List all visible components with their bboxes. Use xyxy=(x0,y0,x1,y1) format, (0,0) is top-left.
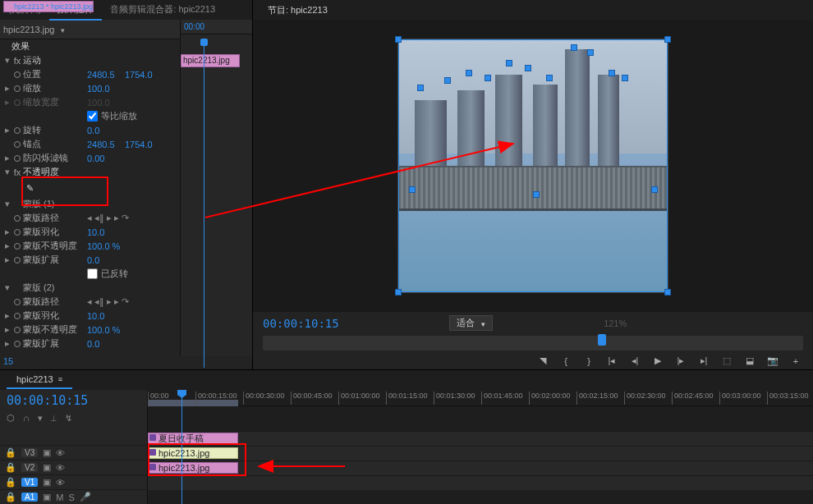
anchor-x[interactable]: 2480.5 xyxy=(87,140,125,149)
timeline-tracks-area[interactable]: 00:00 00:00:15:00 00:00:30:00 00:00:45:0… xyxy=(148,390,813,504)
effect-controls-panel: (无剪辑) 效果控件 音频剪辑混合器: hpic2213 hpic2213.jp… xyxy=(0,0,253,369)
export-frame-icon[interactable]: 📷 xyxy=(767,355,779,366)
program-monitor-panel: 节目: hpic2213 xyxy=(253,0,813,369)
scale-value[interactable]: 100.0 xyxy=(87,84,125,94)
toggle-output-icon[interactable]: ▣ xyxy=(43,477,51,488)
mask-handle[interactable] xyxy=(485,75,491,81)
mask-handle[interactable] xyxy=(622,75,628,81)
mini-playhead[interactable] xyxy=(204,39,204,368)
scale-label: 缩放 xyxy=(23,82,87,94)
go-in-icon[interactable]: |◂ xyxy=(606,355,618,366)
track-v2[interactable]: hpic2213.jpg xyxy=(148,446,813,460)
track-header-a1[interactable]: 🔒A1▣MS🎤 xyxy=(0,489,147,504)
mask-feather-value[interactable]: 10.0 xyxy=(87,227,125,237)
mask1-label[interactable]: 蒙版 (1) xyxy=(23,198,87,210)
mask-expand-value[interactable]: 0.0 xyxy=(87,255,125,265)
track-v3[interactable]: 夏日收手稿 xyxy=(148,431,813,446)
mask-handle[interactable] xyxy=(444,77,451,84)
mask-handle[interactable] xyxy=(533,191,540,198)
step-fwd-icon[interactable]: |▸ xyxy=(675,355,687,366)
lock-icon[interactable]: 🔒 xyxy=(5,462,16,473)
lock-icon[interactable]: 🔒 xyxy=(5,477,16,488)
eye-icon[interactable]: 👁 xyxy=(56,478,65,488)
toggle-output-icon[interactable]: ▣ xyxy=(43,462,51,473)
mask-handle[interactable] xyxy=(571,44,577,51)
source-master[interactable]: hpic2213.jpg xyxy=(3,25,54,34)
close-icon[interactable]: ≡ xyxy=(58,375,62,383)
mark-out-icon[interactable]: { xyxy=(560,356,572,366)
source-dropdown-icon[interactable] xyxy=(61,25,65,34)
play-icon[interactable]: ▶ xyxy=(652,355,664,366)
mic-icon[interactable]: 🎤 xyxy=(80,492,91,502)
inverted-label: 已反转 xyxy=(101,268,128,280)
mask-handle[interactable] xyxy=(409,186,416,193)
source-clip[interactable]: hpic2213 * hpic2213.jpg xyxy=(3,1,94,12)
eye-icon[interactable]: 👁 xyxy=(56,448,65,458)
effect-mini-timeline[interactable]: 00:00 hpic2213.jpg xyxy=(180,20,252,356)
pen-icon[interactable] xyxy=(23,183,34,194)
program-viewport[interactable] xyxy=(253,20,813,312)
motion-label[interactable]: 运动 xyxy=(23,54,87,66)
timeline-ruler[interactable]: 00:00 00:00:15:00 00:00:30:00 00:00:45:0… xyxy=(148,390,813,406)
mini-clip: hpic2213.jpg xyxy=(181,54,240,67)
inverted-checkbox[interactable] xyxy=(87,268,98,279)
toggle-output-icon[interactable]: ▣ xyxy=(43,447,51,458)
track-header-v1[interactable]: 🔒V1▣👁 xyxy=(0,474,147,489)
mask2-label[interactable]: 蒙版 (2) xyxy=(23,282,87,294)
clip-v2[interactable]: hpic2213.jpg xyxy=(148,447,238,459)
mask-opacity-value[interactable]: 100.0 % xyxy=(87,241,125,251)
mask-handle[interactable] xyxy=(587,49,594,56)
settings-icon[interactable]: + xyxy=(790,356,802,366)
tab-audio-mixer[interactable]: 音频剪辑混合器: hpic2213 xyxy=(102,0,223,21)
step-back-icon[interactable]: ◂| xyxy=(629,355,641,366)
uniform-scale-checkbox[interactable] xyxy=(87,111,98,121)
video-effects-label: 效果 xyxy=(11,40,76,53)
mark-out-icon[interactable]: } xyxy=(583,356,595,366)
position-x[interactable]: 2480.5 xyxy=(87,70,125,80)
extract-icon[interactable]: ⬓ xyxy=(744,355,756,366)
toggle-output-icon[interactable]: ▣ xyxy=(43,492,51,502)
mask-handle[interactable] xyxy=(525,65,531,71)
mask-handle[interactable] xyxy=(506,60,512,66)
anchor-y[interactable]: 1754.0 xyxy=(125,140,163,149)
track-v1[interactable]: hpic2213.jpg xyxy=(148,460,813,475)
rotation-value[interactable]: 0.0 xyxy=(87,126,125,135)
mask-feather2-value[interactable]: 10.0 xyxy=(87,311,125,321)
mask-handle[interactable] xyxy=(651,186,658,193)
timeline-timecode[interactable]: 00:00:10:15 xyxy=(0,390,147,411)
fit-dropdown[interactable]: 适合 xyxy=(449,315,493,331)
mark-in-icon[interactable]: ◥ xyxy=(537,355,549,366)
timeline-sequence-tab[interactable]: hpic2213≡ xyxy=(7,371,72,389)
program-timecode[interactable]: 00:00:10:15 xyxy=(263,317,339,330)
mask-handle[interactable] xyxy=(546,75,553,81)
program-scrubber[interactable] xyxy=(263,336,803,351)
opacity-label[interactable]: 不透明度 xyxy=(23,166,87,178)
mask-expand2-value[interactable]: 0.0 xyxy=(87,339,125,349)
mini-ruler[interactable]: 00:00 xyxy=(181,20,252,34)
mask-handle[interactable] xyxy=(609,70,615,76)
program-frame[interactable] xyxy=(397,39,668,293)
clip-v3[interactable]: 夏日收手稿 xyxy=(148,433,238,444)
lock-icon[interactable]: 🔒 xyxy=(5,492,16,502)
mask-opacity2-value[interactable]: 100.0 % xyxy=(87,325,125,335)
position-y[interactable]: 1754.0 xyxy=(125,70,163,80)
lock-icon[interactable]: 🔒 xyxy=(5,447,16,458)
marker-icon[interactable]: ▾ xyxy=(38,413,43,424)
track-header-v2[interactable]: 🔒V2▣👁 xyxy=(0,460,147,474)
mask-handle[interactable] xyxy=(417,85,424,91)
link-icon[interactable]: ∩ xyxy=(23,413,30,424)
lift-icon[interactable]: ⬚ xyxy=(721,355,733,366)
track-header-v3[interactable]: 🔒V3▣👁 xyxy=(0,445,147,460)
track-a1[interactable] xyxy=(148,475,813,490)
program-tab[interactable]: 节目: hpic2213 xyxy=(260,1,336,20)
clip-v1[interactable]: hpic2213.jpg xyxy=(148,462,238,474)
wrench-icon[interactable]: ↯ xyxy=(65,413,72,424)
snap-icon[interactable]: ⬡ xyxy=(7,413,15,424)
mask-handle[interactable] xyxy=(466,70,472,76)
mask-path-label: 蒙版路径 xyxy=(23,212,87,224)
eye-icon[interactable]: 👁 xyxy=(56,463,65,473)
timeline-playhead[interactable] xyxy=(181,390,182,504)
go-out-icon[interactable]: ▸| xyxy=(698,355,710,366)
wrench-icon[interactable]: ⟂ xyxy=(51,413,57,424)
flicker-value[interactable]: 0.00 xyxy=(87,153,125,163)
